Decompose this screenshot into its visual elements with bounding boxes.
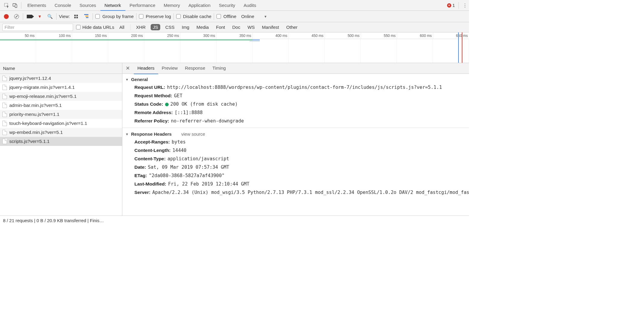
header-row: Server:Apache/2.2.34 (Unix) mod_wsgi/3.5… [122, 188, 469, 197]
view-source-link[interactable]: view source [181, 131, 205, 137]
timeline-tick: 150 ms [72, 32, 108, 39]
status-bar: 8 / 21 requests | 0 B / 20.9 KB transfer… [0, 216, 469, 225]
detail-tab-response[interactable]: Response [181, 63, 209, 74]
load-marker [462, 32, 462, 63]
preserve-log-checkbox[interactable] [139, 14, 143, 19]
group-by-frame-label: Group by frame [102, 14, 133, 19]
search-button[interactable]: 🔍 [46, 13, 54, 20]
panel-tab-network[interactable]: Network [100, 0, 125, 11]
disable-cache-checkbox[interactable] [176, 14, 181, 19]
waterfall-icon [84, 14, 88, 19]
detail-tabs: ✕ HeadersPreviewResponseTiming [122, 63, 469, 74]
record-button[interactable] [2, 13, 10, 20]
request-row[interactable]: admin-bar.min.js?ver=5.1 [0, 101, 122, 110]
header-key: Status Code: [134, 101, 163, 107]
header-row: ETag:"2da080-3868-5827a7af43900" [122, 171, 469, 180]
filter-type-manifest[interactable]: Manifest [260, 24, 281, 30]
hide-data-urls-checkbox[interactable] [76, 25, 81, 29]
section-general[interactable]: ▼ General [122, 76, 469, 83]
header-row: Date:Sat, 09 Mar 2019 07:57:34 GMT [122, 163, 469, 171]
request-row[interactable]: jquery.js?ver=1.12.4 [0, 74, 122, 83]
header-value: Fri, 22 Feb 2019 12:10:44 GMT [168, 181, 250, 187]
request-row[interactable]: touch-keyboard-navigation.js?ver=1.1 [0, 119, 122, 128]
filter-type-font[interactable]: Font [214, 24, 227, 30]
header-key: Request Method: [134, 93, 172, 98]
waterfall-toggle[interactable] [82, 13, 90, 20]
separator [23, 13, 23, 20]
offline-checkbox[interactable] [216, 14, 221, 19]
inspect-element-icon[interactable] [2, 1, 11, 10]
device-toggle-icon[interactable] [11, 1, 19, 10]
filter-type-doc[interactable]: Doc [230, 24, 242, 30]
panel-tab-audits[interactable]: Audits [239, 0, 260, 11]
clear-icon [14, 14, 19, 19]
filter-input[interactable] [2, 24, 73, 31]
request-row[interactable]: scripts.js?ver=5.1.1 [0, 137, 122, 146]
header-value: Sat, 09 Mar 2019 07:57:34 GMT [148, 165, 229, 170]
panel-tab-console[interactable]: Console [51, 0, 75, 11]
timeline-tick: 500 ms [325, 32, 361, 39]
timeline-tick: 300 ms [180, 32, 216, 39]
header-row: Last-Modified:Fri, 22 Feb 2019 12:10:44 … [122, 180, 469, 188]
detail-tab-preview[interactable]: Preview [158, 63, 181, 74]
error-count: 1 [452, 3, 455, 8]
separator [458, 2, 459, 9]
header-key: Accept-Ranges: [134, 139, 170, 145]
disclosure-triangle-icon: ▼ [125, 132, 129, 136]
filter-toggle-button[interactable]: ▾ [36, 13, 44, 20]
header-key: Remote Address: [134, 110, 173, 115]
timeline-tick: 100 ms [36, 32, 72, 39]
separator [56, 13, 57, 20]
panel-tab-application[interactable]: Application [184, 0, 215, 11]
network-filter-bar: Hide data URLs AllXHRJSCSSImgMediaFontDo… [0, 22, 469, 32]
timeline-tick: 450 ms [289, 32, 325, 39]
filter-type-css[interactable]: CSS [163, 24, 177, 30]
section-title: General [131, 77, 148, 82]
large-rows-toggle[interactable] [72, 13, 80, 20]
error-dot-icon: ✕ [447, 3, 451, 8]
filter-type-media[interactable]: Media [195, 24, 211, 30]
error-count-badge[interactable]: ✕ 1 [447, 3, 457, 8]
filter-type-img[interactable]: Img [180, 24, 192, 30]
detail-tab-headers[interactable]: Headers [134, 63, 158, 74]
filter-type-all[interactable]: All [117, 24, 127, 30]
header-key: Content-Length: [134, 148, 171, 153]
panel-tab-sources[interactable]: Sources [75, 0, 100, 11]
header-value: 14440 [173, 148, 187, 153]
section-response-headers[interactable]: ▼ Response Headers view source [122, 130, 469, 138]
throttling-select[interactable]: Online ▼ [239, 14, 269, 19]
network-timeline[interactable]: 50 ms100 ms150 ms200 ms250 ms300 ms350 m… [0, 32, 469, 63]
panel-tab-elements[interactable]: Elements [23, 0, 51, 11]
offline-label: Offline [223, 14, 236, 19]
request-row[interactable]: wp-embed.min.js?ver=5.1 [0, 128, 122, 137]
filter-type-xhr[interactable]: XHR [134, 24, 148, 30]
clear-button[interactable] [13, 13, 20, 20]
kebab-menu-icon[interactable]: ⋮ [461, 1, 469, 10]
request-row[interactable]: wp-emoji-release.min.js?ver=5.1 [0, 92, 122, 101]
panel-tab-memory[interactable]: Memory [160, 0, 184, 11]
filter-type-js[interactable]: JS [151, 24, 160, 30]
timeline-tick: 250 ms [144, 32, 180, 39]
detail-tab-timing[interactable]: Timing [209, 63, 229, 74]
header-key: Referrer Policy: [134, 118, 169, 124]
timeline-tick: 50 ms [0, 32, 36, 39]
filter-type-ws[interactable]: WS [245, 24, 257, 30]
name-column-header[interactable]: Name [0, 63, 122, 74]
header-value: [::1]:8888 [175, 110, 203, 115]
group-by-frame-checkbox[interactable] [95, 14, 100, 19]
capture-screenshots-button[interactable] [26, 13, 33, 20]
panel-tab-security[interactable]: Security [215, 0, 239, 11]
separator [21, 2, 21, 9]
request-row[interactable]: priority-menu.js?ver=1.1 [0, 110, 122, 119]
request-name: wp-embed.min.js?ver=5.1 [9, 130, 63, 135]
request-name: scripts.js?ver=5.1.1 [9, 139, 50, 144]
close-detail-button[interactable]: ✕ [125, 65, 131, 71]
header-key: Content-Type: [134, 156, 166, 162]
request-name: jquery.js?ver=1.12.4 [9, 76, 51, 81]
request-row[interactable]: jquery-migrate.min.js?ver=1.4.1 [0, 83, 122, 92]
file-icon [2, 112, 7, 117]
panel-tab-performance[interactable]: Performance [125, 0, 160, 11]
search-icon: 🔍 [47, 14, 53, 19]
filter-type-other[interactable]: Other [284, 24, 300, 30]
header-row: Status Code:200 OK (from disk cache) [122, 100, 469, 108]
